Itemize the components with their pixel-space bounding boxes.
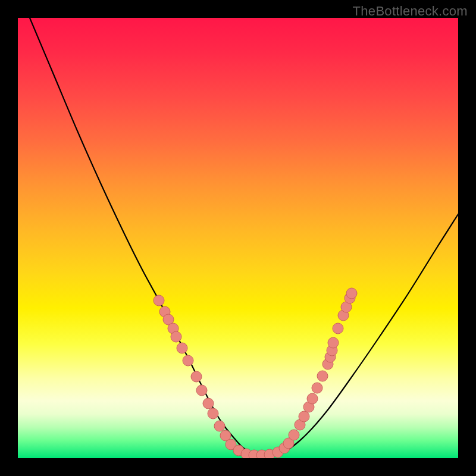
- data-marker: [203, 398, 214, 409]
- data-marker: [183, 355, 193, 366]
- data-marker: [317, 371, 328, 381]
- data-marker: [333, 323, 343, 334]
- data-markers: [154, 288, 357, 458]
- data-marker: [289, 430, 299, 440]
- data-marker: [177, 343, 187, 353]
- chart-frame: TheBottleneck.com: [0, 0, 476, 476]
- data-marker: [328, 337, 339, 348]
- data-marker: [299, 411, 309, 422]
- data-marker: [191, 371, 202, 382]
- bottleneck-curve: [30, 18, 458, 456]
- data-marker: [196, 385, 207, 396]
- data-marker: [214, 421, 225, 431]
- data-marker: [154, 295, 164, 306]
- chart-svg: [18, 18, 458, 458]
- data-marker: [346, 288, 357, 299]
- data-marker: [208, 408, 218, 419]
- data-marker: [307, 393, 318, 404]
- data-marker: [171, 331, 181, 342]
- watermark-text: TheBottleneck.com: [353, 4, 468, 19]
- plot-area: [18, 18, 458, 458]
- curve-group: [30, 18, 458, 456]
- data-marker: [312, 383, 322, 393]
